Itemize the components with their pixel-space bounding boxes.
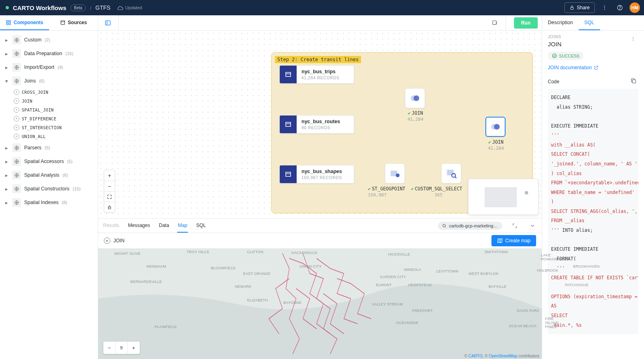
map-city-label: BAYONNE: [283, 301, 301, 305]
documentation-link[interactable]: JOIN documentation: [548, 65, 638, 70]
map-city-label: HACKENSACK: [291, 251, 318, 255]
sidebar-category[interactable]: ▸ Custom (2): [2, 33, 96, 47]
workflow-canvas[interactable]: Step 2: Create transit lines nyc_bus_tri…: [98, 31, 542, 218]
node-nyc-bus-shapes[interactable]: nyc_bus_shapes150,987 records: [279, 165, 354, 184]
expand-panel-icon[interactable]: [510, 221, 520, 231]
workflow-group-title: Step 2: Create transit lines: [275, 56, 361, 63]
sidebar-category[interactable]: ▸ Import/Export (4): [2, 60, 96, 74]
sidebar-component-item[interactable]: +ST_DIFFERENCE: [2, 114, 96, 123]
zoom-lock-button[interactable]: [104, 202, 115, 212]
tab-sql-right[interactable]: SQL: [579, 15, 600, 30]
sidebar-component-item[interactable]: +CROSS_JOIN: [2, 88, 96, 97]
zoom-fit-button[interactable]: [104, 191, 115, 202]
category-count: (6): [39, 78, 44, 83]
add-layer-icon[interactable]: +: [104, 237, 110, 244]
category-name: Joins: [24, 78, 36, 84]
panel-toggle-icon[interactable]: [102, 17, 114, 29]
zoom-out-button[interactable]: −: [104, 181, 115, 191]
globe-icon: [12, 143, 21, 152]
sidebar-component-item[interactable]: +UNION_ALL: [2, 132, 96, 141]
layer-name: JOIN: [114, 238, 124, 243]
minimap[interactable]: [468, 179, 539, 215]
map-city-label: OCEAN BEACH: [509, 324, 537, 328]
svg-rect-33: [108, 207, 111, 209]
bottom-panel: Results Messages Data Map SQL cartodb-gc…: [98, 218, 542, 359]
category-name: Parsers: [24, 145, 41, 151]
sidebar-category[interactable]: ▸ Parsers (5): [2, 141, 96, 155]
map-city-label: LEVITTOWN: [436, 269, 458, 273]
svg-point-37: [633, 39, 634, 39]
connection-pill[interactable]: cartodb-gcp-marketing-t…: [438, 222, 502, 230]
sidebar-component-item[interactable]: +JOIN: [2, 97, 96, 105]
tab-messages[interactable]: Messages: [127, 219, 151, 233]
node-nyc-bus-routes[interactable]: nyc_bus_routes90 records: [279, 115, 354, 134]
node-join-1[interactable]: [405, 88, 425, 108]
sidebar-category[interactable]: ▸ Spatial Constructors (15): [2, 182, 96, 196]
venn-icon: [409, 93, 421, 104]
globe-icon: [12, 157, 21, 166]
category-count: (2): [45, 37, 50, 42]
collapse-panel-icon[interactable]: [527, 221, 538, 231]
sidebar-category[interactable]: ▸ Data Preparation (16): [2, 47, 96, 60]
svg-rect-9: [9, 23, 10, 25]
map-icon: [497, 238, 503, 243]
venn-icon: [490, 121, 501, 132]
chevron-icon: ▸: [4, 200, 9, 206]
status-text: SUCCESS: [559, 54, 580, 58]
chevron-icon: ▸: [4, 159, 9, 165]
tab-results[interactable]: Results: [102, 219, 120, 233]
carto-link[interactable]: CARTO: [469, 354, 483, 358]
osm-link[interactable]: OpenStreetMap: [489, 354, 517, 358]
map-city-label: LAKE RONKONKOMA: [541, 253, 569, 261]
sidebar-category[interactable]: ▸ Spatial Accessors (5): [2, 155, 96, 168]
share-button[interactable]: Share: [564, 2, 595, 13]
breadcrumb-workflow[interactable]: GTFS: [95, 4, 110, 11]
svg-point-28: [494, 124, 500, 130]
svg-rect-7: [9, 20, 10, 22]
panel-menu-icon[interactable]: [628, 34, 638, 44]
map-city-label: DAVIS PARK: [517, 309, 539, 313]
map-zoom-in[interactable]: +: [128, 342, 140, 354]
node-op-count: 365: [435, 192, 443, 198]
run-button[interactable]: Run: [514, 17, 538, 29]
map-city-label: UNION CITY: [299, 264, 322, 268]
svg-point-2: [604, 7, 605, 8]
tab-sources[interactable]: Sources: [49, 15, 98, 30]
tab-description[interactable]: Description: [542, 15, 579, 30]
sql-code-block[interactable]: DECLARE alias STRING; EXECUTE IMMEDIATE …: [548, 89, 638, 334]
status-badge: SUCCESS: [548, 52, 584, 60]
svg-point-1: [604, 6, 605, 6]
node-join-2-selected[interactable]: [485, 117, 506, 137]
map-city-label: HICKSVILLE: [388, 252, 410, 256]
sidebar-category[interactable]: ▸ Spatial Analysis (6): [2, 168, 96, 182]
node-custom-sql[interactable]: [441, 163, 461, 184]
sidebar-category[interactable]: ▾ Joins (6): [2, 74, 96, 88]
avatar[interactable]: HM: [630, 2, 640, 13]
node-nyc-bus-trips[interactable]: nyc_bus_trips41,284 records: [279, 65, 354, 84]
map-city-label: BAYVILLE: [489, 285, 506, 289]
connection-text: cartodb-gcp-marketing-t…: [449, 223, 499, 228]
create-map-button[interactable]: Create map: [491, 235, 536, 246]
tab-data[interactable]: Data: [158, 219, 170, 233]
zoom-in-button[interactable]: +: [104, 170, 115, 181]
tab-components[interactable]: Components: [0, 15, 49, 30]
node-st-geogpoint[interactable]: [385, 163, 405, 184]
sidebar-component-item[interactable]: +ST_INTERSECTION: [2, 123, 96, 132]
kebab-menu-icon[interactable]: [599, 2, 610, 13]
tab-components-label: Components: [14, 20, 43, 25]
globe-icon: [12, 35, 21, 44]
map-viewport[interactable]: MOUNT OLIVETROY HILLSCLIFTONHACKENSACKHI…: [98, 248, 542, 359]
sidebar-component-item[interactable]: +SPATIAL_JOIN: [2, 105, 96, 114]
tab-sql[interactable]: SQL: [195, 219, 206, 233]
lock-icon: [570, 5, 574, 10]
chevron-icon: ▸: [4, 37, 9, 43]
add-module-icon[interactable]: [489, 17, 501, 29]
globe-icon: [12, 184, 21, 193]
tab-map[interactable]: Map: [177, 219, 188, 233]
sidebar-category[interactable]: ▸ Spatial Indexes (8): [2, 196, 96, 209]
sync-status: Updated: [118, 5, 142, 10]
map-zoom-out[interactable]: −: [103, 342, 116, 354]
help-icon[interactable]: [614, 2, 625, 13]
component-name: SPATIAL_JOIN: [22, 107, 54, 112]
copy-code-icon[interactable]: [630, 78, 638, 86]
